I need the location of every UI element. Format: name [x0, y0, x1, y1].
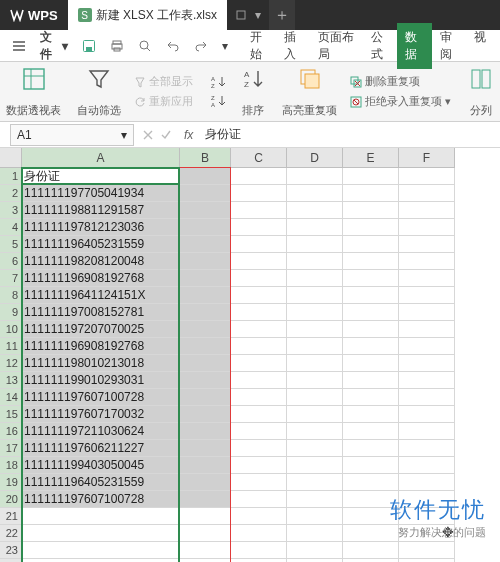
row-header-1[interactable]: 1: [0, 168, 22, 185]
select-all-corner[interactable]: [0, 148, 22, 168]
cell[interactable]: 111111198811291587: [22, 202, 180, 219]
cell[interactable]: [287, 236, 343, 253]
row-header-20[interactable]: 20: [0, 491, 22, 508]
cell[interactable]: [180, 185, 231, 202]
col-header-E[interactable]: E: [343, 148, 399, 168]
cell[interactable]: [399, 440, 455, 457]
cell[interactable]: [343, 202, 399, 219]
cell[interactable]: 111111197812123036: [22, 219, 180, 236]
cell[interactable]: [180, 389, 231, 406]
file-menu[interactable]: 文件 ▾: [34, 25, 74, 67]
tab-pagelayout[interactable]: 页面布局: [310, 23, 363, 69]
cell[interactable]: 111111197607170032: [22, 406, 180, 423]
cell[interactable]: [287, 185, 343, 202]
cell[interactable]: [343, 372, 399, 389]
cell[interactable]: [287, 525, 343, 542]
cell[interactable]: [343, 185, 399, 202]
cell[interactable]: 111111198208120048: [22, 253, 180, 270]
cell[interactable]: [231, 525, 287, 542]
cell[interactable]: [180, 253, 231, 270]
cell[interactable]: 111111197008152781: [22, 304, 180, 321]
cell[interactable]: [343, 457, 399, 474]
cell[interactable]: [343, 508, 399, 525]
cell[interactable]: [180, 474, 231, 491]
cell[interactable]: [399, 372, 455, 389]
cell[interactable]: [231, 406, 287, 423]
cell[interactable]: [343, 321, 399, 338]
cell[interactable]: [343, 440, 399, 457]
cell[interactable]: [231, 508, 287, 525]
sort-button[interactable]: AZ 排序: [234, 64, 272, 120]
cell[interactable]: 111111197607100728: [22, 389, 180, 406]
row-header-21[interactable]: 21: [0, 508, 22, 525]
cell[interactable]: [180, 491, 231, 508]
cell[interactable]: [180, 321, 231, 338]
chevron-down-icon[interactable]: ▾: [255, 8, 261, 22]
cell[interactable]: [180, 542, 231, 559]
autofilter-button[interactable]: 自动筛选: [71, 64, 127, 120]
cell[interactable]: [231, 457, 287, 474]
cell[interactable]: [399, 338, 455, 355]
row-header-22[interactable]: 22: [0, 525, 22, 542]
cell[interactable]: [287, 440, 343, 457]
cell[interactable]: 身份证: [22, 168, 180, 185]
row-header-5[interactable]: 5: [0, 236, 22, 253]
cell[interactable]: 111111197211030624: [22, 423, 180, 440]
col-header-D[interactable]: D: [287, 148, 343, 168]
row-header-11[interactable]: 11: [0, 338, 22, 355]
cell[interactable]: [231, 185, 287, 202]
cell[interactable]: [231, 236, 287, 253]
cell[interactable]: [399, 321, 455, 338]
print-icon[interactable]: [104, 35, 130, 57]
cell[interactable]: 111111197606211227: [22, 440, 180, 457]
row-header-15[interactable]: 15: [0, 406, 22, 423]
highlight-dup-button[interactable]: 高亮重复项: [276, 64, 343, 120]
cell[interactable]: [287, 270, 343, 287]
cell[interactable]: [287, 321, 343, 338]
save-icon[interactable]: [76, 35, 102, 57]
split-col-button[interactable]: 分列: [462, 64, 500, 120]
row-header-17[interactable]: 17: [0, 440, 22, 457]
tab-review[interactable]: 审阅: [432, 23, 466, 69]
cell[interactable]: [180, 406, 231, 423]
cell[interactable]: [180, 440, 231, 457]
cell[interactable]: [399, 457, 455, 474]
cell[interactable]: [231, 219, 287, 236]
name-box[interactable]: A1 ▾: [10, 124, 134, 146]
cell[interactable]: [343, 304, 399, 321]
cell[interactable]: [399, 304, 455, 321]
cell[interactable]: [231, 338, 287, 355]
cell[interactable]: [287, 355, 343, 372]
row-header-12[interactable]: 12: [0, 355, 22, 372]
cell[interactable]: [287, 474, 343, 491]
cell[interactable]: [399, 525, 455, 542]
cell[interactable]: [22, 525, 180, 542]
cell[interactable]: [231, 202, 287, 219]
cell[interactable]: [231, 168, 287, 185]
cell[interactable]: [343, 168, 399, 185]
sort-desc-button[interactable]: ZA: [208, 92, 230, 110]
cell[interactable]: [231, 287, 287, 304]
tab-start[interactable]: 开始: [242, 23, 276, 69]
cell[interactable]: [231, 474, 287, 491]
pivot-button[interactable]: 数据透视表: [0, 64, 67, 120]
cell[interactable]: [180, 236, 231, 253]
cell[interactable]: [399, 508, 455, 525]
cell[interactable]: [343, 219, 399, 236]
col-header-C[interactable]: C: [231, 148, 287, 168]
col-header-F[interactable]: F: [399, 148, 455, 168]
cell[interactable]: 111111197607100728: [22, 491, 180, 508]
cell[interactable]: [399, 253, 455, 270]
tab-menu-icon[interactable]: [235, 9, 247, 21]
row-header-19[interactable]: 19: [0, 474, 22, 491]
cell[interactable]: [287, 372, 343, 389]
row-header-2[interactable]: 2: [0, 185, 22, 202]
cell[interactable]: [287, 219, 343, 236]
cell[interactable]: [287, 406, 343, 423]
cell[interactable]: [399, 355, 455, 372]
accept-icon[interactable]: [160, 129, 172, 141]
cell[interactable]: [180, 202, 231, 219]
cell[interactable]: [399, 236, 455, 253]
cell[interactable]: [287, 253, 343, 270]
cell[interactable]: [180, 287, 231, 304]
